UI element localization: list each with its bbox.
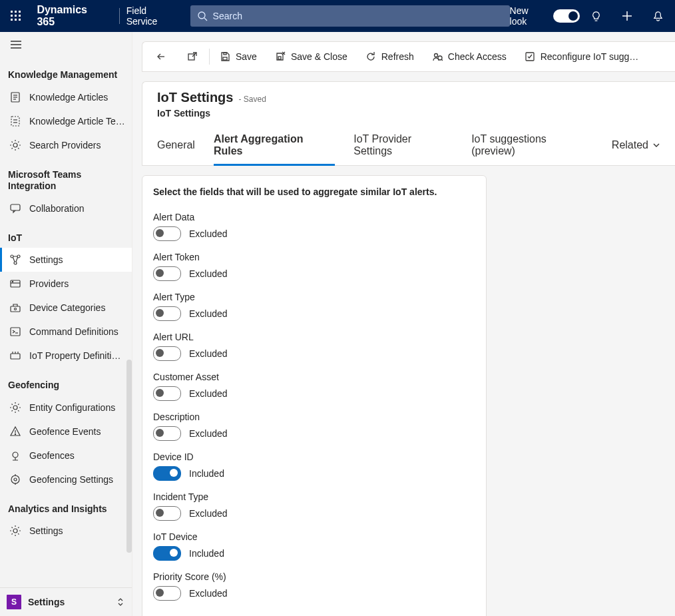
- page-header: IoT Settings - Saved IoT Settings Genera…: [142, 81, 675, 166]
- sidebar-item-geofence-events[interactable]: Geofence Events: [0, 420, 132, 444]
- svg-line-10: [204, 18, 207, 21]
- sidebar-item-settings[interactable]: Settings: [0, 248, 132, 272]
- cmd-save[interactable]: Save: [212, 42, 265, 71]
- form-tabs: GeneralAlert Aggregation RulesIoT Provid…: [142, 128, 675, 166]
- sidebar-item-geofencing-settings[interactable]: Geofencing Settings: [0, 467, 132, 491]
- search-icon: [197, 11, 208, 21]
- cmd-back[interactable]: [146, 42, 176, 71]
- sidebar-item-iot-property-definitions[interactable]: IoT Property Definitions: [0, 344, 132, 368]
- tab-alert-aggregation-rules[interactable]: Alert Aggregation Rules: [214, 128, 335, 165]
- new-look-toggle[interactable]: [553, 9, 579, 23]
- sidebar-item-search-providers[interactable]: Search Providers: [0, 133, 132, 157]
- field-toggle[interactable]: [153, 306, 181, 321]
- sidebar-item-entity-configurations[interactable]: Entity Configurations: [0, 396, 132, 420]
- global-search[interactable]: Search: [190, 5, 510, 27]
- field-state: Excluded: [189, 588, 228, 599]
- svg-rect-51: [278, 57, 281, 59]
- cmd-reconf[interactable]: Reconfigure IoT suggestions: [517, 42, 648, 71]
- field-toggle[interactable]: [153, 386, 181, 401]
- sidebar-item-command-definitions[interactable]: Command Definitions: [0, 320, 132, 344]
- hamburger-icon: [9, 38, 23, 51]
- field-toggle[interactable]: [153, 266, 181, 281]
- gear-icon: [9, 139, 21, 151]
- sidebar-item-providers[interactable]: Providers: [0, 272, 132, 296]
- gear-icon: [9, 525, 21, 537]
- sidebar-item-settings[interactable]: Settings: [0, 519, 132, 543]
- page-subtitle: IoT Settings: [157, 108, 660, 119]
- field-description: Description Excluded: [153, 412, 473, 441]
- cmd-open[interactable]: [178, 42, 207, 71]
- area-label: Settings: [28, 597, 65, 607]
- field-toggle[interactable]: [153, 426, 181, 441]
- sidebar-item-label: Settings: [29, 254, 63, 265]
- sidebar-item-device-categories[interactable]: Device Categories: [0, 296, 132, 320]
- field-label: Alert Type: [153, 292, 473, 302]
- geofence-icon: [9, 450, 21, 462]
- field-state: Included: [189, 548, 224, 559]
- tab-label: Alert Aggregation Rules: [214, 133, 335, 157]
- field-toggle[interactable]: [153, 546, 181, 561]
- field-toggle[interactable]: [153, 586, 181, 601]
- command-icon: [9, 326, 21, 338]
- sidebar-group-title: Analytics and Insights: [0, 491, 132, 519]
- help-button[interactable]: [582, 0, 610, 32]
- cmd-refresh[interactable]: Refresh: [357, 42, 422, 71]
- tab-label: Related: [612, 139, 648, 151]
- notifications-button[interactable]: [644, 0, 672, 32]
- tab-related[interactable]: Related: [612, 128, 660, 165]
- sidebar-item-geofences[interactable]: Geofences: [0, 444, 132, 467]
- svg-rect-7: [15, 19, 17, 21]
- field-toggle[interactable]: [153, 506, 181, 521]
- field-alert-url: Alert URL Excluded: [153, 332, 473, 361]
- svg-point-28: [14, 262, 17, 264]
- svg-point-39: [15, 434, 15, 434]
- field-label: Description: [153, 412, 473, 422]
- svg-point-40: [13, 452, 18, 458]
- app-name-label[interactable]: Field Service: [126, 5, 180, 27]
- document-icon: [9, 91, 21, 103]
- cmd-label: Refresh: [381, 51, 414, 62]
- field-label: Alert Token: [153, 252, 473, 262]
- field-toggle[interactable]: [153, 466, 181, 481]
- field-toggle[interactable]: [153, 346, 181, 361]
- field-alert-data: Alert Data Excluded: [153, 212, 473, 241]
- lightbulb-icon: [590, 11, 602, 22]
- open-new-window-icon: [187, 51, 198, 62]
- sidebar-item-label: Entity Configurations: [29, 402, 115, 413]
- app-launcher-button[interactable]: [0, 0, 31, 32]
- sidebar-group-title: IoT: [0, 220, 132, 248]
- field-label: IoT Device: [153, 531, 473, 542]
- sidebar-item-label: Search Providers: [29, 140, 101, 151]
- area-badge: S: [7, 595, 21, 609]
- cmd-saveclose[interactable]: Save & Close: [267, 42, 355, 71]
- svg-point-31: [12, 281, 13, 282]
- cmd-check[interactable]: Check Access: [424, 42, 515, 71]
- sidebar-collapse-button[interactable]: [9, 38, 23, 51]
- command-bar: SaveSave & CloseRefreshCheck AccessRecon…: [142, 41, 675, 72]
- sidebar-item-collaboration[interactable]: Collaboration: [0, 196, 132, 220]
- cmd-label: Save: [236, 51, 257, 62]
- sidebar-scrollbar[interactable]: [126, 360, 132, 553]
- area-switcher[interactable]: S Settings: [0, 587, 132, 616]
- property-icon: [9, 350, 21, 362]
- svg-point-54: [434, 54, 437, 57]
- add-button[interactable]: [612, 0, 641, 32]
- brand-label[interactable]: Dynamics 365: [31, 4, 112, 28]
- svg-point-37: [13, 406, 17, 410]
- tab-general[interactable]: General: [157, 128, 195, 165]
- tab-iot-suggestions-preview[interactable]: IoT suggestions (preview): [471, 128, 593, 165]
- save-close-icon: [275, 51, 286, 62]
- chat-icon: [9, 202, 21, 214]
- svg-rect-25: [11, 204, 20, 210]
- tab-label: IoT suggestions (preview): [471, 133, 593, 157]
- record-state: - Saved: [238, 95, 266, 104]
- sidebar-item-label: Settings: [29, 525, 63, 536]
- sidebar-item-label: Geofences: [29, 450, 75, 461]
- sidebar-item-knowledge-article-templates[interactable]: Knowledge Article Templates: [0, 109, 132, 133]
- tab-label: IoT Provider Settings: [353, 133, 453, 157]
- tab-iot-provider-settings[interactable]: IoT Provider Settings: [353, 128, 453, 165]
- field-toggle[interactable]: [153, 226, 181, 241]
- field-alert-token: Alert Token Excluded: [153, 252, 473, 281]
- field-priority-score: Priority Score (%) Excluded: [153, 571, 473, 601]
- sidebar-item-knowledge-articles[interactable]: Knowledge Articles: [0, 85, 132, 109]
